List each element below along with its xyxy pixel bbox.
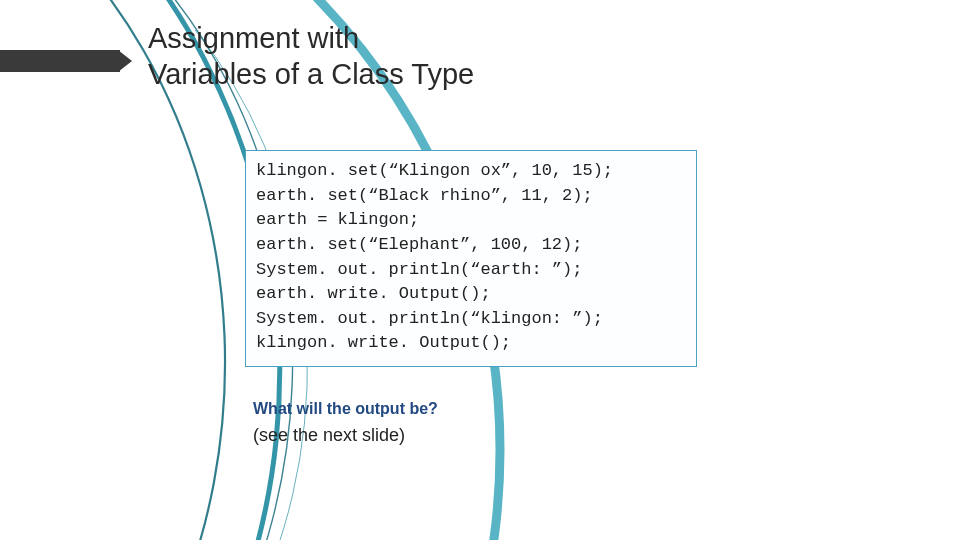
code-line: System. out. println(“klingon: ”);	[256, 309, 603, 328]
slide-title: Assignment with Variables of a Class Typ…	[148, 20, 474, 93]
title-line-2: Variables of a Class Type	[148, 58, 474, 90]
code-line: earth. write. Output();	[256, 284, 491, 303]
title-arrow-icon	[0, 50, 135, 72]
code-line: System. out. println(“earth: ”);	[256, 260, 582, 279]
title-line-1: Assignment with	[148, 22, 359, 54]
code-line: klingon. set(“Klingon ox”, 10, 15);	[256, 161, 613, 180]
slide: Assignment with Variables of a Class Typ…	[0, 0, 960, 540]
code-line: earth. set(“Black rhino”, 11, 2);	[256, 186, 593, 205]
code-line: earth = klingon;	[256, 210, 419, 229]
question-text: What will the output be?	[253, 400, 438, 418]
code-line: klingon. write. Output();	[256, 333, 511, 352]
code-block: klingon. set(“Klingon ox”, 10, 15); eart…	[245, 150, 697, 367]
answer-text: (see the next slide)	[253, 425, 405, 446]
code-line: earth. set(“Elephant”, 100, 12);	[256, 235, 582, 254]
